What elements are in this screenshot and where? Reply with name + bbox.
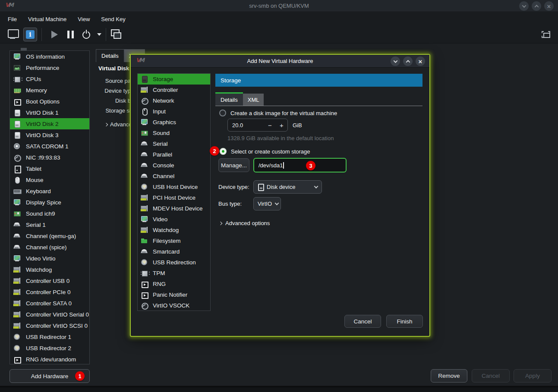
hardware-list-item[interactable]: Controller VirtIO SCSI 0 [10, 320, 89, 331]
close-button[interactable]: × [544, 1, 554, 11]
hardware-list-item[interactable]: Video Virtio [10, 253, 89, 264]
monitor-icon [13, 199, 21, 206]
fullscreen-button[interactable] [542, 31, 550, 38]
hardware-list-item[interactable]: USB Redirector 1 [10, 331, 89, 342]
increment-button[interactable]: + [276, 122, 287, 129]
run-button[interactable] [51, 31, 58, 38]
minimize-button[interactable] [519, 1, 529, 11]
hardware-type-item[interactable]: Storage [138, 74, 210, 85]
hardware-list-item[interactable]: VirtIO Disk 1 [10, 107, 89, 118]
show-details-toggle[interactable] [23, 28, 37, 41]
hardware-type-item[interactable]: VirtIO VSOCK [138, 300, 210, 311]
pcicard-icon [13, 322, 21, 329]
hardware-list-item[interactable]: Boot Options [10, 96, 89, 107]
hardware-list-item[interactable]: Channel (spice) [10, 241, 89, 253]
hardware-list-item[interactable]: Watchdog [10, 264, 89, 275]
hardware-type-item[interactable]: Network [138, 95, 210, 106]
minimize-button[interactable] [391, 56, 400, 66]
advanced-options-expander[interactable]: Advance [105, 121, 131, 128]
show-console-button[interactable] [7, 29, 19, 40]
hardware-list-item[interactable]: CPUs [10, 73, 89, 85]
tab-details[interactable]: Details [215, 92, 243, 106]
hardware-list-item[interactable]: Controller USB 0 [10, 275, 89, 286]
manage-button[interactable]: Manage... [218, 158, 249, 172]
close-button[interactable]: × [416, 56, 425, 66]
hardware-type-item-label: PCI Host Device [153, 194, 195, 201]
hardware-type-item[interactable]: Smartcard [138, 246, 210, 257]
dialog-titlebar[interactable]: Add New Virtual Hardware × [131, 55, 429, 68]
hardware-type-item[interactable]: USB Redirection [138, 257, 210, 268]
tab-details[interactable]: Details [96, 49, 124, 62]
hardware-list-item-label: Channel (qemu-ga) [26, 233, 76, 239]
hardware-type-item-label: Console [153, 162, 174, 169]
hardware-list-item[interactable]: Controller PCIe 0 [10, 286, 89, 298]
hardware-list-item[interactable]: Memory [10, 85, 89, 96]
hardware-list-item[interactable]: Channel (qemu-ga) [10, 230, 89, 241]
hardware-type-item[interactable]: PCI Host Device [138, 192, 210, 203]
hardware-list-item[interactable]: Sound ich9 [10, 208, 89, 219]
hardware-list-item[interactable]: Keyboard [10, 185, 89, 197]
hardware-list-item[interactable]: Controller SATA 0 [10, 298, 89, 309]
hardware-type-item[interactable]: MDEV Host Device [138, 203, 210, 214]
hardware-type-item[interactable]: TPM [138, 268, 210, 279]
hardware-type-item-label: Watchdog [153, 227, 179, 233]
pause-button[interactable] [67, 31, 74, 38]
hardware-type-item[interactable]: Graphics [138, 117, 210, 128]
hardware-type-item[interactable]: Controller [138, 85, 210, 95]
hardware-list-item[interactable]: USB Redirector 2 [10, 342, 89, 354]
hardware-type-item[interactable]: RNG [138, 279, 210, 289]
hardware-type-item[interactable]: Parallel [138, 149, 210, 160]
disk-size-spinner[interactable]: 20.0 − + [227, 119, 288, 132]
advanced-options-expander[interactable]: Advanced options [219, 220, 270, 226]
decrement-button[interactable]: − [264, 122, 276, 129]
hardware-type-item[interactable]: Panic Notifier [138, 289, 210, 300]
hardware-type-item[interactable]: Serial [138, 138, 210, 149]
window-titlebar[interactable]: srv-smb on QEMU/KVM × [0, 0, 558, 12]
hardware-type-item[interactable]: Channel [138, 171, 210, 182]
hardware-list-item[interactable]: RNG /dev/urandom [10, 354, 89, 364]
hardware-list-item[interactable]: Controller VirtIO Serial 0 [10, 309, 89, 320]
cancel-button[interactable]: Cancel [344, 315, 381, 328]
hardware-type-item[interactable]: Video [138, 214, 210, 225]
radio-selected-icon[interactable] [220, 148, 227, 155]
radio-unselected-icon[interactable] [219, 110, 226, 116]
storage-path-input[interactable]: /dev/sda1 [253, 158, 347, 172]
chevron-down-icon [393, 59, 397, 63]
disk-size-value[interactable]: 20.0 [228, 122, 264, 129]
maximize-button[interactable] [403, 56, 413, 66]
hardware-type-item[interactable]: Watchdog [138, 225, 210, 235]
disk-icon [13, 120, 21, 128]
hardware-list-item[interactable]: Display Spice [10, 197, 89, 208]
virtual-displays-icon[interactable] [110, 29, 122, 40]
hardware-type-item[interactable]: Filesystem [138, 235, 210, 246]
hardware-list-item[interactable]: SATA CDROM 1 [10, 141, 89, 152]
hardware-list-item[interactable]: VirtIO Disk 3 [10, 129, 89, 141]
menu-item[interactable]: Send Key [101, 16, 125, 22]
hardware-type-item-label: TPM [153, 270, 165, 276]
hardware-type-item[interactable]: Console [138, 160, 210, 171]
shutdown-button[interactable] [82, 30, 91, 39]
tab-xml[interactable]: XML [243, 94, 264, 106]
finish-button[interactable]: Finish [386, 315, 423, 328]
hardware-type-item[interactable]: USB Host Device [138, 182, 210, 192]
menu-item[interactable]: File [8, 16, 17, 22]
hardware-list-item-label: Boot Options [26, 98, 60, 105]
hardware-list-item[interactable]: Tablet [10, 163, 89, 174]
menu-item[interactable]: View [78, 16, 90, 22]
hardware-list-item[interactable]: Mouse [10, 174, 89, 185]
shutdown-menu-caret[interactable] [97, 33, 101, 36]
hardware-list-item[interactable]: Serial 1 [10, 219, 89, 230]
device-type-dropdown[interactable]: Disk device [253, 180, 322, 194]
hardware-list-item[interactable]: OS information [10, 51, 89, 62]
hardware-list-item[interactable]: NIC :f9:93:83 [10, 152, 89, 163]
menu-item[interactable]: Virtual Machine [28, 16, 66, 22]
hardware-type-item[interactable]: Sound [138, 128, 210, 138]
tablet-icon [13, 165, 21, 172]
hardware-type-item[interactable]: Input [138, 106, 210, 117]
remove-button[interactable]: Remove [431, 369, 467, 383]
hardware-list-item[interactable]: Performance [10, 62, 89, 73]
bus-type-dropdown[interactable]: VirtIO [253, 197, 281, 210]
hardware-list-item[interactable]: VirtIO Disk 2 [10, 118, 89, 129]
maximize-button[interactable] [532, 1, 541, 11]
device-type-label: Device type: [218, 184, 249, 190]
